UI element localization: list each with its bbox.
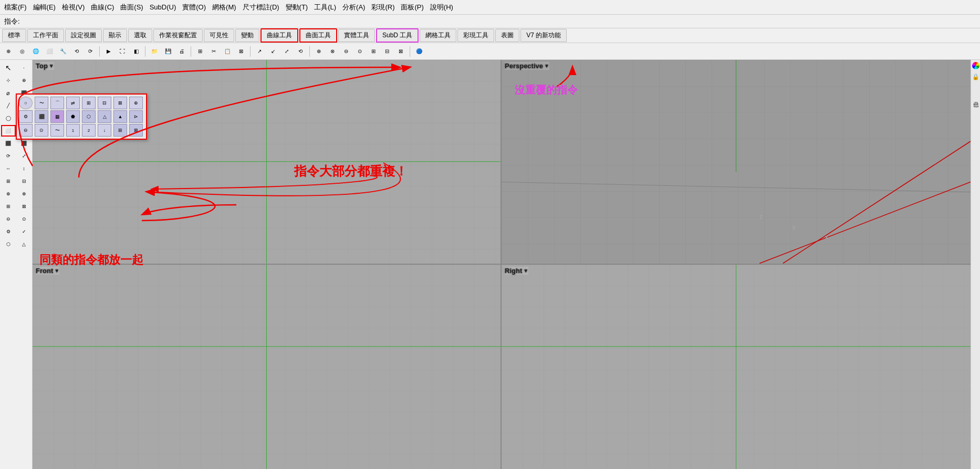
toolbar-icon-5[interactable]: 🔧 bbox=[57, 45, 69, 58]
toolbar-icon-15[interactable]: ✂ bbox=[207, 45, 220, 58]
viewport-top[interactable]: Top ▼ bbox=[33, 60, 502, 265]
ft-icon-9[interactable]: ⚙ bbox=[19, 110, 33, 123]
ft-icon-6[interactable]: ⊟ bbox=[98, 97, 111, 109]
ft-icon-18[interactable]: ⊙ bbox=[35, 124, 48, 137]
sidebar-icon-r12a[interactable]: ⊞ bbox=[1, 201, 16, 212]
viewport-right[interactable]: Right ▼ bbox=[502, 265, 971, 470]
toolbar-icon-29[interactable]: 🔵 bbox=[413, 45, 425, 58]
sidebar-icon-r4a[interactable]: ╱ bbox=[1, 100, 16, 111]
sidebar-icon-r14a[interactable]: ⚙ bbox=[1, 226, 16, 237]
menu-help[interactable]: 說明(H) bbox=[430, 3, 453, 12]
tab-curve-tools[interactable]: 曲線工具 bbox=[260, 28, 298, 43]
sidebar-icon-r13b[interactable]: ⊙ bbox=[17, 213, 32, 225]
command-input[interactable] bbox=[22, 17, 976, 25]
viewport-right-label[interactable]: Right ▼ bbox=[505, 267, 528, 275]
tab-display[interactable]: 顯示 bbox=[103, 29, 127, 42]
viewport-front[interactable]: Front ▼ bbox=[33, 265, 502, 470]
toolbar-icon-23[interactable]: ⊗ bbox=[326, 45, 339, 58]
menu-analysis[interactable]: 分析(A) bbox=[342, 3, 365, 12]
tab-v7-new[interactable]: V7 的新功能 bbox=[520, 29, 567, 42]
viewport-perspective[interactable]: z y x Perspective ▼ bbox=[502, 60, 971, 265]
sidebar-icon-r8a[interactable]: ⟳ bbox=[1, 150, 16, 162]
menu-file[interactable]: 檔案(F) bbox=[4, 3, 27, 12]
toolbar-icon-27[interactable]: ⊟ bbox=[381, 45, 393, 58]
toolbar-icon-28[interactable]: ⊠ bbox=[394, 45, 407, 58]
ft-icon-4[interactable]: ⇌ bbox=[66, 97, 80, 109]
menu-surface[interactable]: 曲面(S) bbox=[120, 3, 143, 12]
sidebar-icon-r13a[interactable]: ⊖ bbox=[1, 213, 16, 225]
sidebar-icon-r9b[interactable]: ↕ bbox=[17, 163, 32, 174]
tab-visibility[interactable]: 可見性 bbox=[204, 29, 234, 42]
ft-icon-10[interactable]: ⬛ bbox=[35, 110, 48, 123]
tab-solid-tools[interactable]: 實體工具 bbox=[338, 29, 375, 42]
menu-transform[interactable]: 變動(T) bbox=[286, 3, 308, 12]
toolbar-icon-6[interactable]: ⟲ bbox=[70, 45, 83, 58]
toolbar-icon-2[interactable]: ◎ bbox=[16, 45, 28, 58]
sidebar-icon-r12b[interactable]: ⊠ bbox=[17, 201, 32, 212]
toolbar-icon-24[interactable]: ⊖ bbox=[340, 45, 352, 58]
toolbar-icon-19[interactable]: ↙ bbox=[267, 45, 279, 58]
color-circle[interactable] bbox=[972, 62, 979, 69]
tab-select[interactable]: 選取 bbox=[128, 29, 152, 42]
sidebar-icon-highlighted[interactable]: ⬜ bbox=[1, 125, 16, 137]
ft-icon-19[interactable]: 〜 bbox=[50, 124, 64, 137]
menu-subd[interactable]: SubD(U) bbox=[150, 3, 176, 11]
viewport-perspective-label[interactable]: Perspective ▼ bbox=[505, 62, 549, 70]
tab-diagram[interactable]: 表圖 bbox=[495, 29, 519, 42]
toolbar-icon-3[interactable]: 🌐 bbox=[29, 45, 42, 58]
tab-surface-tools[interactable]: 曲面工具 bbox=[299, 28, 337, 43]
ft-icon-12[interactable]: ⬟ bbox=[66, 110, 80, 123]
toolbar-icon-20[interactable]: ⤢ bbox=[280, 45, 293, 58]
ft-icon-1[interactable]: ○ bbox=[19, 97, 33, 109]
tab-mesh-tools[interactable]: 網格工具 bbox=[420, 29, 456, 42]
lock-icon[interactable]: 🔒 bbox=[972, 74, 979, 80]
tab-standard[interactable]: 標準 bbox=[2, 29, 26, 42]
sidebar-select-icon[interactable]: ↖ bbox=[1, 62, 16, 74]
ft-icon-16[interactable]: ⊳ bbox=[129, 110, 143, 123]
toolbar-icon-9[interactable]: ⛶ bbox=[116, 45, 129, 58]
ft-icon-3[interactable]: ⌒ bbox=[50, 97, 64, 109]
menu-render[interactable]: 彩現(R) bbox=[371, 3, 394, 12]
ft-icon-22[interactable]: ↓ bbox=[98, 124, 111, 137]
toolbar-icon-4[interactable]: ⬜ bbox=[43, 45, 56, 58]
ft-icon-14[interactable]: △ bbox=[98, 110, 111, 123]
toolbar-icon-11[interactable]: 📁 bbox=[148, 45, 161, 58]
toolbar-icon-8[interactable]: ▶ bbox=[102, 45, 115, 58]
toolbar-icon-18[interactable]: ↗ bbox=[253, 45, 266, 58]
menu-edit[interactable]: 編輯(E) bbox=[33, 3, 56, 12]
toolbar-icon-25[interactable]: ⊙ bbox=[353, 45, 366, 58]
sidebar-icon-r2a[interactable]: ⊹ bbox=[1, 75, 16, 86]
menu-tools[interactable]: 工具(L) bbox=[314, 3, 336, 12]
sidebar-icon-r10a[interactable]: ⊞ bbox=[1, 175, 16, 187]
sidebar-icon-r8b[interactable]: ⤢ bbox=[17, 150, 32, 162]
tab-workplane[interactable]: 工作平面 bbox=[27, 29, 64, 42]
sidebar-icon-r11a[interactable]: ⊕ bbox=[1, 188, 16, 200]
sidebar-icon-r2b[interactable]: ⊕ bbox=[17, 75, 32, 86]
tab-layout[interactable]: 作業視窗配置 bbox=[153, 29, 203, 42]
ft-icon-23[interactable]: ⊞ bbox=[113, 124, 127, 137]
tab-render-tools[interactable]: 彩現工具 bbox=[457, 29, 494, 42]
toolbar-icon-17[interactable]: ⊠ bbox=[235, 45, 247, 58]
ft-icon-20[interactable]: 1 bbox=[66, 124, 80, 137]
ft-icon-8[interactable]: ⊕ bbox=[129, 97, 143, 109]
toolbar-icon-14[interactable]: ⊞ bbox=[194, 45, 206, 58]
toolbar-icon-22[interactable]: ⊕ bbox=[312, 45, 325, 58]
menu-panel[interactable]: 面板(P) bbox=[401, 3, 423, 12]
sidebar-icon-r7a[interactable]: ⬛ bbox=[1, 138, 16, 149]
viewport-top-label[interactable]: Top ▼ bbox=[36, 62, 54, 70]
viewport-front-label[interactable]: Front ▼ bbox=[36, 267, 59, 275]
tab-subd-tools[interactable]: SubD 工具 bbox=[376, 28, 419, 43]
toolbar-icon-21[interactable]: ⟲ bbox=[294, 45, 307, 58]
toolbar-icon-16[interactable]: 📋 bbox=[221, 45, 234, 58]
sidebar-icon-r3a[interactable]: ⌀ bbox=[1, 87, 16, 99]
toolbar-icon-26[interactable]: ⊞ bbox=[367, 45, 380, 58]
tab-transform[interactable]: 變動 bbox=[235, 29, 259, 42]
menu-view[interactable]: 檢視(V) bbox=[62, 3, 85, 12]
sidebar-icon-r15a[interactable]: ⬡ bbox=[1, 238, 16, 250]
tab-setview[interactable]: 設定視圖 bbox=[65, 29, 102, 42]
menu-dim[interactable]: 尺寸標註(D) bbox=[243, 3, 279, 12]
toolbar-icon-13[interactable]: 🖨 bbox=[175, 45, 188, 58]
toolbar-icon-10[interactable]: ◧ bbox=[130, 45, 142, 58]
sidebar-icon-r14b[interactable]: ✓ bbox=[17, 226, 32, 237]
sidebar-icon-r9a[interactable]: ↔ bbox=[1, 163, 16, 174]
